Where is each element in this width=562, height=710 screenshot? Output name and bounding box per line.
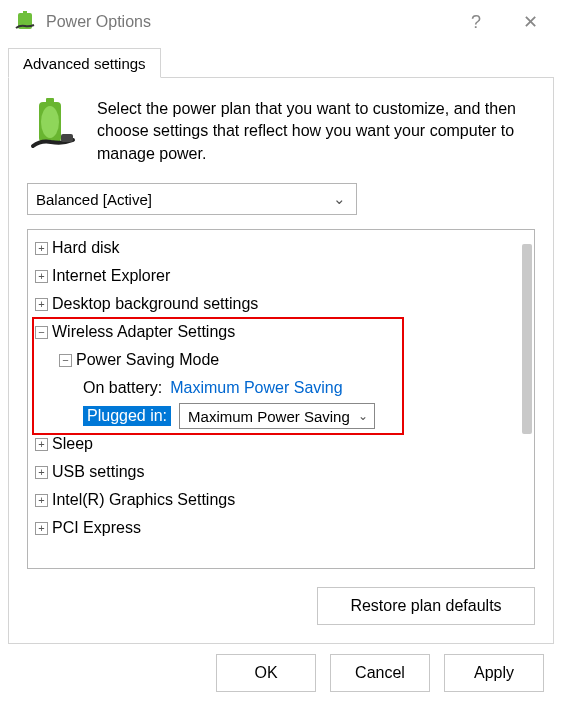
tree-item-plugged-in[interactable]: Plugged in: Maximum Power Saving ⌄ bbox=[31, 402, 531, 430]
on-battery-value[interactable]: Maximum Power Saving bbox=[170, 379, 343, 397]
titlebar: Power Options ? ✕ bbox=[0, 0, 562, 44]
chevron-down-icon: ⌄ bbox=[358, 409, 368, 423]
ok-button[interactable]: OK bbox=[216, 654, 316, 692]
collapse-icon[interactable]: − bbox=[59, 354, 72, 367]
close-button[interactable]: ✕ bbox=[508, 4, 552, 40]
settings-tree: + Hard disk + Internet Explorer + Deskto… bbox=[27, 229, 535, 569]
cancel-button[interactable]: Cancel bbox=[330, 654, 430, 692]
power-plan-select[interactable]: Balanced [Active] ⌄ bbox=[27, 183, 357, 215]
expand-icon[interactable]: + bbox=[35, 242, 48, 255]
apply-button[interactable]: Apply bbox=[444, 654, 544, 692]
plugged-in-label: Plugged in: bbox=[83, 406, 171, 426]
power-options-dialog: Power Options ? ✕ Advanced settings Sele… bbox=[0, 0, 562, 710]
help-button[interactable]: ? bbox=[454, 4, 498, 40]
restore-plan-defaults-button[interactable]: Restore plan defaults bbox=[317, 587, 535, 625]
expand-icon[interactable]: + bbox=[35, 270, 48, 283]
tabstrip: Advanced settings bbox=[0, 44, 562, 78]
tab-advanced-settings[interactable]: Advanced settings bbox=[8, 48, 161, 78]
svg-point-3 bbox=[41, 106, 59, 138]
on-battery-label: On battery: bbox=[83, 379, 162, 397]
scrollbar-thumb[interactable] bbox=[522, 244, 532, 434]
restore-row: Restore plan defaults bbox=[27, 583, 535, 625]
battery-app-icon bbox=[14, 10, 36, 35]
expand-icon[interactable]: + bbox=[35, 438, 48, 451]
tree-item-internet-explorer[interactable]: + Internet Explorer bbox=[31, 262, 531, 290]
tree-item-pci-express[interactable]: + PCI Express bbox=[31, 514, 531, 542]
expand-icon[interactable]: + bbox=[35, 522, 48, 535]
tree-item-label: PCI Express bbox=[52, 519, 141, 537]
expand-icon[interactable]: + bbox=[35, 298, 48, 311]
tree-item-label: Internet Explorer bbox=[52, 267, 170, 285]
window-title: Power Options bbox=[46, 13, 444, 31]
chevron-down-icon: ⌄ bbox=[333, 190, 346, 208]
tree-item-label: Wireless Adapter Settings bbox=[52, 323, 235, 341]
battery-plug-icon bbox=[29, 98, 77, 159]
tabpanel: Select the power plan that you want to c… bbox=[8, 78, 554, 644]
svg-rect-4 bbox=[61, 134, 73, 142]
expand-icon[interactable]: + bbox=[35, 494, 48, 507]
tree-item-label: USB settings bbox=[52, 463, 144, 481]
intro-section: Select the power plan that you want to c… bbox=[27, 98, 535, 169]
tree-item-label: Desktop background settings bbox=[52, 295, 258, 313]
tree-item-on-battery[interactable]: On battery: Maximum Power Saving bbox=[31, 374, 531, 402]
collapse-icon[interactable]: − bbox=[35, 326, 48, 339]
svg-rect-0 bbox=[23, 11, 27, 14]
power-plan-value: Balanced [Active] bbox=[36, 191, 333, 208]
svg-rect-2 bbox=[46, 98, 54, 104]
tree-item-power-saving-mode[interactable]: − Power Saving Mode bbox=[31, 346, 531, 374]
tree-item-label: Power Saving Mode bbox=[76, 351, 219, 369]
plugged-in-select[interactable]: Maximum Power Saving ⌄ bbox=[179, 403, 375, 429]
tree-item-intel-graphics[interactable]: + Intel(R) Graphics Settings bbox=[31, 486, 531, 514]
tree-item-wireless-adapter[interactable]: − Wireless Adapter Settings bbox=[31, 318, 531, 346]
tree-item-hard-disk[interactable]: + Hard disk bbox=[31, 234, 531, 262]
tree-item-label: Sleep bbox=[52, 435, 93, 453]
tree-item-label: Intel(R) Graphics Settings bbox=[52, 491, 235, 509]
plugged-in-value: Maximum Power Saving bbox=[188, 408, 350, 425]
dialog-footer: OK Cancel Apply bbox=[0, 654, 562, 710]
intro-text: Select the power plan that you want to c… bbox=[97, 98, 529, 165]
expand-icon[interactable]: + bbox=[35, 466, 48, 479]
tree-item-desktop-background[interactable]: + Desktop background settings bbox=[31, 290, 531, 318]
tree-item-usb-settings[interactable]: + USB settings bbox=[31, 458, 531, 486]
tree-item-sleep[interactable]: + Sleep bbox=[31, 430, 531, 458]
tree-item-label: Hard disk bbox=[52, 239, 120, 257]
